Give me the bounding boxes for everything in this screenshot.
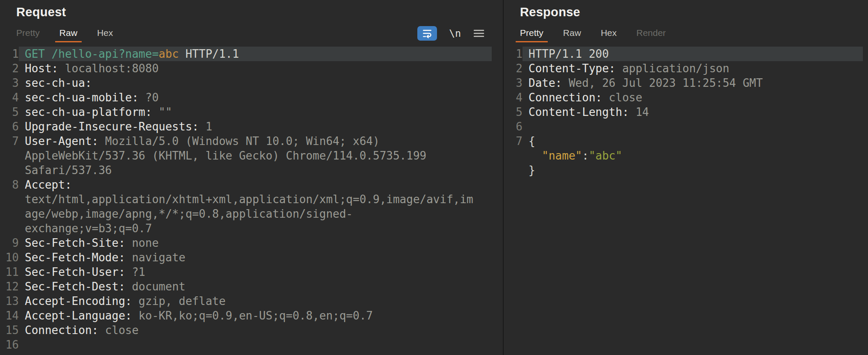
wrap-lines-icon — [422, 28, 433, 39]
line-text[interactable]: Accept-Encoding: gzip, deflate — [19, 294, 492, 308]
code-segment: navigate — [125, 251, 186, 264]
code-segment: close — [602, 91, 642, 104]
request-code-area[interactable]: 1GET /hello-api?name=abc HTTP/1.12Host: … — [0, 47, 503, 355]
line-number: 5 — [0, 105, 19, 119]
soft-wrap-button[interactable] — [417, 26, 437, 41]
tab-raw[interactable]: Raw — [55, 24, 82, 42]
show-newlines-toggle[interactable]: \n — [449, 28, 461, 39]
line-text[interactable]: Connection: close — [19, 323, 492, 337]
line-text[interactable]: Content-Length: 14 — [523, 105, 863, 119]
code-segment: Connection: — [528, 91, 602, 104]
request-panel-title: Request — [0, 0, 503, 19]
code-segment: Wed, 26 Jul 2023 11:25:54 GMT — [562, 77, 763, 89]
response-tabs: PrettyRawHexRender — [504, 24, 681, 42]
tab-hex[interactable]: Hex — [596, 24, 621, 42]
response-code-area[interactable]: 1HTTP/1.1 2002Content-Type: application/… — [504, 47, 868, 355]
line-text[interactable]: User-Agent: Mozilla/5.0 (Windows NT 10.0… — [19, 134, 492, 178]
response-tabrow: PrettyRawHexRender — [504, 24, 868, 42]
code-segment: "abc" — [589, 149, 622, 162]
response-panel: Response PrettyRawHexRender 1HTTP/1.1 20… — [504, 0, 868, 355]
line-text[interactable]: Sec-Fetch-Mode: navigate — [19, 250, 492, 265]
line-number: 14 — [0, 308, 19, 323]
code-segment: Sec-Fetch-User: — [25, 266, 125, 278]
line-number: 9 — [0, 236, 19, 250]
code-segment: HTTP/1.1 200 — [528, 47, 609, 60]
request-toolbar: \n — [417, 24, 485, 42]
code-line: 4sec-ch-ua-mobile: ?0 — [0, 90, 503, 105]
code-line: 8Accept: text/html,application/xhtml+xml… — [0, 178, 503, 236]
code-segment: 1 — [199, 120, 212, 133]
code-line: 6 — [504, 119, 868, 134]
code-segment: Sec-Fetch-Site: — [25, 237, 125, 249]
code-segment: sec-ch-ua-mobile: — [25, 91, 139, 104]
line-text[interactable]: Upgrade-Insecure-Requests: 1 — [19, 119, 492, 134]
line-number: 6 — [504, 119, 523, 134]
line-text[interactable]: GET /hello-api?name=abc HTTP/1.1 — [19, 47, 492, 61]
response-panel-title: Response — [504, 0, 868, 19]
code-segment: Connection: — [25, 324, 98, 337]
code-segment: "name" — [542, 149, 582, 162]
line-text[interactable]: Accept: text/html,application/xhtml+xml,… — [19, 178, 492, 236]
code-line: 6Upgrade-Insecure-Requests: 1 — [0, 119, 503, 134]
line-text[interactable]: Sec-Fetch-Site: none — [19, 236, 492, 250]
code-segment: Content-Type: — [528, 62, 616, 75]
line-number: 13 — [0, 294, 19, 308]
code-segment: { — [528, 135, 542, 162]
line-text[interactable]: sec-ch-ua-platform: "" — [19, 105, 492, 119]
code-line: 3Date: Wed, 26 Jul 2023 11:25:54 GMT — [504, 76, 868, 90]
line-number: 2 — [504, 61, 523, 76]
line-text[interactable]: sec-ch-ua: — [19, 76, 492, 90]
code-line: 4Connection: close — [504, 90, 868, 105]
line-text[interactable]: Date: Wed, 26 Jul 2023 11:25:54 GMT — [523, 76, 863, 90]
line-text[interactable] — [19, 337, 492, 352]
line-text[interactable]: Connection: close — [523, 90, 863, 105]
code-segment: gzip, deflate — [132, 295, 225, 308]
code-segment: Upgrade-Insecure-Requests: — [25, 120, 199, 133]
code-line: 1HTTP/1.1 200 — [504, 47, 868, 61]
code-segment: ?1 — [125, 266, 145, 278]
line-number: 3 — [504, 76, 523, 90]
line-text[interactable]: Content-Type: application/json — [523, 61, 863, 76]
code-line: 10Sec-Fetch-Mode: navigate — [0, 250, 503, 265]
line-number: 1 — [0, 47, 19, 61]
code-segment: Accept-Language: — [25, 309, 132, 322]
code-segment: Content-Length: — [528, 106, 629, 118]
code-segment: none — [125, 237, 159, 249]
code-segment: Accept: — [25, 178, 72, 191]
code-segment: sec-ch-ua-platform: — [25, 106, 152, 118]
code-segment: Host: — [25, 62, 58, 75]
line-number: 7 — [504, 134, 523, 148]
code-segment: localhost:8080 — [58, 62, 159, 75]
hamburger-menu-icon — [473, 28, 485, 38]
line-text[interactable]: HTTP/1.1 200 — [523, 47, 863, 61]
tab-hex[interactable]: Hex — [93, 24, 117, 42]
code-segment: HTTP/1.1 — [179, 47, 239, 60]
line-number: 4 — [504, 90, 523, 105]
line-text[interactable]: Accept-Language: ko-KR,ko;q=0.9,en-US;q=… — [19, 308, 492, 323]
code-line: 12Sec-Fetch-Dest: document — [0, 279, 503, 294]
tab-raw[interactable]: Raw — [559, 24, 585, 42]
line-number: 2 — [0, 61, 19, 76]
line-text[interactable]: Sec-Fetch-User: ?1 — [19, 265, 492, 279]
code-line: 1GET /hello-api?name=abc HTTP/1.1 — [0, 47, 503, 61]
code-line: 13Accept-Encoding: gzip, deflate — [0, 294, 503, 308]
line-text[interactable] — [523, 119, 863, 134]
line-text[interactable]: Host: localhost:8080 — [19, 61, 492, 76]
code-segment: Sec-Fetch-Dest: — [25, 280, 125, 293]
request-tabs: PrettyRawHex — [0, 24, 128, 42]
line-text[interactable]: { "name":"abc" } — [523, 134, 863, 178]
code-segment: sec-ch-ua: — [25, 77, 92, 89]
code-line: 2Host: localhost:8080 — [0, 61, 503, 76]
request-panel: Request PrettyRawHex \n — [0, 0, 503, 355]
code-segment: Date: — [528, 77, 562, 89]
line-text[interactable]: Sec-Fetch-Dest: document — [19, 279, 492, 294]
tab-pretty[interactable]: Pretty — [516, 24, 548, 42]
code-line: 11Sec-Fetch-User: ?1 — [0, 265, 503, 279]
line-number: 4 — [0, 90, 19, 105]
line-number: 16 — [0, 337, 19, 352]
line-text[interactable]: sec-ch-ua-mobile: ?0 — [19, 90, 492, 105]
code-segment: GET /hello-api?name= — [25, 47, 159, 60]
code-segment: } — [528, 164, 535, 177]
code-line: 15Connection: close — [0, 323, 503, 337]
editor-menu-button[interactable] — [473, 28, 485, 38]
